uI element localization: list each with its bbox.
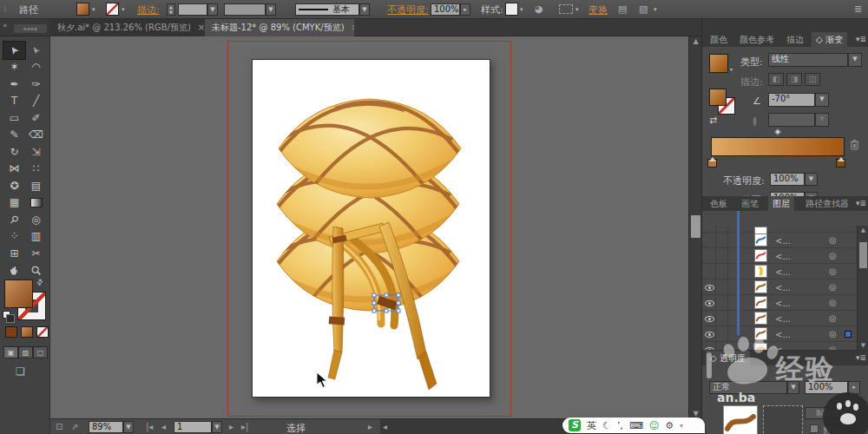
layer-target-icon[interactable]: ◎ <box>829 313 837 323</box>
draw-inside-button[interactable]: ▢ <box>33 346 48 358</box>
input-method-toolbar[interactable]: S 英 ☾ ’, ⌨ ☺ ⚙ ▾ <box>562 418 705 433</box>
type-tool[interactable]: T <box>3 93 25 110</box>
artboard-number-caret[interactable]: ▼ <box>212 421 222 433</box>
blend-mode-caret[interactable]: ▼ <box>787 381 799 394</box>
perspective-grid-tool[interactable]: ▤ <box>25 177 47 194</box>
paintbrush-tool[interactable]: ✐ <box>25 109 47 127</box>
gradient-angle-caret[interactable]: ▼ <box>815 93 829 107</box>
layer-label[interactable]: <... <box>775 283 791 293</box>
close-tab-icon[interactable]: × <box>352 23 354 32</box>
scroll-up-icon[interactable]: ▲ <box>858 227 868 233</box>
layer-thumbnail[interactable] <box>754 280 767 293</box>
pencil-tool[interactable]: ✎ <box>3 127 25 144</box>
layer-thumbnail[interactable] <box>754 296 767 309</box>
layer-visibility-toggle[interactable] <box>702 264 716 279</box>
stroke-gradient-within-icon[interactable]: ◧ <box>768 73 784 86</box>
color-button[interactable] <box>5 326 17 338</box>
default-fill-stroke-icon[interactable] <box>3 311 10 319</box>
layer-label[interactable]: <... <box>775 236 791 246</box>
artboard-number-input[interactable]: 1 <box>174 421 212 433</box>
layer-row[interactable]: <...◎ <box>702 264 868 279</box>
fullhalf-moon-icon[interactable]: ☾ <box>602 420 611 431</box>
hand-tool[interactable] <box>3 262 25 279</box>
layer-thumbnail[interactable] <box>754 233 767 247</box>
tab-transparency[interactable]: ◇ 透明度 <box>706 351 750 365</box>
layer-lock-toggle[interactable] <box>716 326 728 342</box>
tab-color-guide[interactable]: 颜色参考 <box>735 32 779 47</box>
graph-tool[interactable]: ▥ <box>25 228 47 246</box>
tab-color[interactable]: 颜色 <box>706 32 732 47</box>
eyedropper-tool[interactable]: ⚲ <box>3 211 25 228</box>
shape-builder-tool[interactable]: ✪ <box>3 177 25 194</box>
stroke-gradient-along-icon[interactable]: ◨ <box>786 73 802 86</box>
gradient-stop-right[interactable] <box>836 159 845 168</box>
style-caret-icon[interactable]: ▾ <box>520 6 523 13</box>
expand-caret-icon[interactable]: ▾ <box>680 422 683 430</box>
free-transform-tool[interactable]: ∷ <box>25 161 47 178</box>
transparency-opacity-input[interactable]: 100% <box>805 381 848 394</box>
direct-selection-tool[interactable]: ➣ <box>25 42 47 59</box>
opacity-mask-box[interactable] <box>763 405 803 434</box>
gradient-midpoint-handle[interactable] <box>774 128 781 135</box>
layer-label[interactable]: <... <box>775 252 791 261</box>
tab-gradient[interactable]: ◇ 渐变 <box>812 32 847 47</box>
fill-color-swatch[interactable] <box>76 3 89 16</box>
layer-row[interactable]: <...◎ <box>702 279 868 295</box>
gradient-angle-input[interactable]: -70° <box>768 93 815 107</box>
gradient-opacity-caret[interactable]: ▼ <box>805 173 818 186</box>
layer-row[interactable]: <...◎ <box>702 233 868 248</box>
layers-scroll-thumb[interactable] <box>859 242 867 268</box>
tab-layers[interactable]: 图层 <box>768 196 794 211</box>
lasso-tool[interactable]: ◠ <box>25 59 47 76</box>
layer-target-icon[interactable]: ◎ <box>829 282 837 292</box>
layer-target-icon[interactable]: ◎ <box>829 266 837 276</box>
layer-lock-toggle[interactable] <box>716 295 728 311</box>
select-similar-icon[interactable] <box>559 4 573 14</box>
layer-row[interactable]: <...◎ <box>702 326 868 342</box>
stroke-weight-stepper[interactable]: ▲▼ <box>167 3 175 16</box>
stroke-link[interactable]: 描边: <box>137 3 160 16</box>
blend-tool[interactable]: ◎ <box>25 211 47 228</box>
brush-caret[interactable]: ▼ <box>359 3 370 16</box>
blend-mode-select[interactable]: 正常 <box>709 381 787 394</box>
stroke-color-swatch[interactable] <box>106 3 119 16</box>
tab-stroke[interactable]: 描边 <box>782 32 808 47</box>
stroke-weight-caret[interactable]: ▼ <box>207 3 218 16</box>
none-button[interactable] <box>36 326 49 338</box>
panel-menu-icon[interactable]: ▾≣ <box>856 199 866 207</box>
opacity-caret[interactable]: ▸ <box>460 3 470 16</box>
layers-scrollbar[interactable]: ▲ ▼ <box>857 226 868 350</box>
gradient-type-select[interactable]: 线性 <box>768 53 848 67</box>
settings-wrench-icon[interactable]: ⚙ <box>665 420 674 431</box>
scroll-left-icon[interactable]: ◂ <box>383 422 387 431</box>
mesh-tool[interactable]: ▦ <box>3 194 25 212</box>
gradient-fill-proxy[interactable] <box>709 89 727 106</box>
select-similar-caret[interactable]: ▾ <box>575 6 579 13</box>
status-icon-1[interactable]: ⊡ <box>56 422 62 431</box>
align-icon[interactable]: ▤ <box>618 3 627 15</box>
gradient-slider-bar[interactable] <box>711 137 845 156</box>
layer-label[interactable]: <... <box>775 299 791 308</box>
vertical-scroll-thumb[interactable] <box>691 215 700 238</box>
style-swatch[interactable] <box>505 3 518 16</box>
close-tab-icon[interactable]: × <box>198 23 205 32</box>
panel-menu-icon[interactable]: ▾≣ <box>856 353 866 362</box>
sogou-logo-icon[interactable]: S <box>569 419 581 431</box>
punctuation-icon[interactable]: ’, <box>617 420 623 431</box>
object-thumbnail[interactable] <box>723 405 758 434</box>
gradient-button[interactable] <box>21 326 33 338</box>
width-profile-caret[interactable]: ▼ <box>266 3 276 16</box>
layer-thumbnail[interactable] <box>754 249 767 262</box>
magic-wand-tool[interactable]: ✶ <box>3 59 25 76</box>
distribute-caret[interactable]: ▾ <box>654 6 657 13</box>
user-icon[interactable]: ☺ <box>649 420 659 431</box>
tools-drag-grip[interactable]: ▪▪▪▪ <box>14 24 47 33</box>
clip-checkbox[interactable] <box>810 424 819 433</box>
layer-visibility-toggle[interactable] <box>702 326 716 342</box>
rectangle-tool[interactable]: ▭ <box>3 109 25 127</box>
layer-visibility-toggle[interactable] <box>702 279 716 295</box>
slice-tool[interactable]: ✂ <box>25 245 47 262</box>
draw-behind-button[interactable]: ▨ <box>18 346 33 358</box>
tab-pathfinder[interactable]: 路径查找器 <box>801 196 853 211</box>
layer-label[interactable]: <... <box>775 267 791 277</box>
